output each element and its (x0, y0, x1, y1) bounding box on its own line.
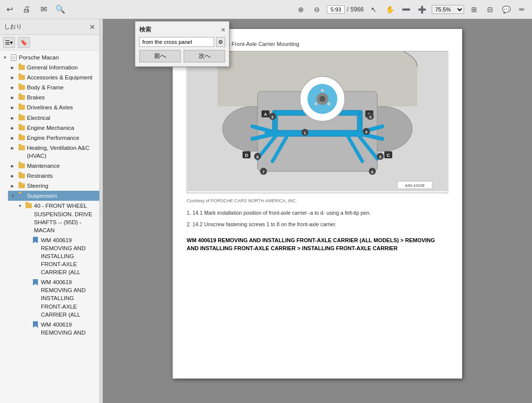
search-title-label: 検索 (139, 25, 151, 34)
svg-rect-6 (265, 130, 370, 136)
scroll-up-icon[interactable]: ⊕ (295, 3, 307, 15)
sidebar-header: しおり ✕ (0, 19, 99, 35)
search-dialog: 検索 × ⚙ 前へ 次へ (135, 21, 230, 67)
tree-item-steering[interactable]: Steering (8, 181, 99, 191)
pen-icon[interactable]: ✏ (516, 3, 528, 15)
expand-engine-mech (11, 124, 17, 131)
engine-mech-icon (18, 124, 25, 131)
svg-text:A: A (264, 112, 267, 117)
tree-label-steering: Steering (27, 182, 96, 190)
tree-label-accessories: Accessories & Equipment (27, 73, 96, 81)
tree-label-suspension: Suspension (27, 192, 96, 200)
tree-item-restraints[interactable]: Restraints (8, 171, 99, 181)
drivelines-icon (18, 104, 25, 111)
sidebar-close-button[interactable]: ✕ (89, 23, 95, 31)
svg-point-23 (327, 102, 330, 105)
engine-perf-icon (18, 134, 25, 141)
print-icon[interactable]: 🖨 (21, 4, 32, 15)
search-next-button[interactable]: 次へ (184, 50, 225, 62)
tree-item-engine-mech[interactable]: Engine Mechanica (8, 123, 99, 133)
tree-item-40[interactable]: 40 - FRONT WHEEL SUSPENSION. DRIVE SHAFT… (15, 201, 99, 235)
tree-item-electrical[interactable]: Electrical (8, 113, 99, 123)
tree-label-drivelines: Drivelines & Axles (27, 103, 96, 111)
expand-restraints (11, 172, 17, 179)
wm3-icon (32, 321, 39, 328)
hvac-icon (18, 144, 25, 151)
expand-root (3, 54, 9, 61)
search-prev-button[interactable]: 前へ (139, 50, 181, 62)
zoom-out-icon[interactable]: ➖ (400, 3, 412, 15)
comment-icon[interactable]: 💬 (500, 3, 512, 15)
section-title: WM 400619 REMOVING AND INSTALLING FRONT-… (187, 236, 448, 253)
tree-label-wm3: WM 400619 REMOVING AND (41, 321, 96, 337)
svg-text:7: 7 (263, 170, 265, 174)
tree-item-engine-perf[interactable]: Engine Performance (8, 133, 99, 143)
tree-item-wm3[interactable]: WM 400619 REMOVING AND (22, 320, 99, 338)
search-dialog-close-button[interactable]: × (221, 26, 225, 33)
cursor-tool[interactable]: ↖ (368, 3, 380, 15)
tree-item-general[interactable]: General Information (8, 62, 99, 72)
expand-drivelines (11, 104, 17, 111)
svg-text:A40-10228: A40-10228 (405, 183, 425, 188)
expand-body (11, 84, 17, 91)
tree-item-body[interactable]: Body & Frame (8, 82, 99, 92)
main-area: しおり ✕ ☰▾ 🔖 Porsche Macan General Inform (0, 19, 532, 403)
maintenance-icon (18, 162, 25, 169)
brakes-icon (18, 94, 25, 101)
hand-tool[interactable]: ✋ (384, 3, 396, 15)
page-total: 5966 (350, 6, 364, 13)
svg-text:1: 1 (304, 131, 306, 135)
email-icon[interactable]: ✉ (38, 4, 49, 15)
sidebar-bookmark-btn[interactable]: 🔖 (18, 37, 30, 48)
tree-item-maintenance[interactable]: Maintenance (8, 161, 99, 171)
page-input[interactable] (327, 5, 345, 13)
zoom-select[interactable]: 75.5% 50% 75% 100% 125% 150% (432, 5, 464, 14)
tree-label-40: 40 - FRONT WHEEL SUSPENSION. DRIVE SHAFT… (34, 202, 96, 234)
root-icon (10, 54, 17, 61)
tree-label-hvac: Heating, Ventilation A&C (HVAC) (27, 144, 96, 160)
sidebar-menu-btn[interactable]: ☰▾ (3, 37, 15, 48)
diagram-svg: A B C D 1 (187, 51, 448, 191)
content-area: Fig 12: Identifying Front-Axle Carrier M… (103, 19, 532, 403)
expand-suspension (11, 192, 17, 199)
electrical-icon (18, 114, 25, 121)
sidebar-toolbar: ☰▾ 🔖 (0, 35, 99, 50)
tree-item-hvac[interactable]: Heating, Ventilation A&C (HVAC) (8, 143, 99, 161)
tree-item-drivelines[interactable]: Drivelines & Axles (8, 102, 99, 112)
expand-hvac (11, 144, 17, 151)
expand-40 (18, 202, 24, 209)
fit-icon[interactable]: ⊞ (468, 3, 480, 15)
wm1-icon (32, 237, 39, 244)
tree-item-accessories[interactable]: Accessories & Equipment (8, 72, 99, 82)
svg-text:D: D (245, 153, 249, 158)
search-options-button[interactable]: ⚙ (216, 37, 225, 47)
search-input-row: ⚙ (139, 37, 225, 47)
layout-icon[interactable]: ⊟ (484, 3, 496, 15)
svg-point-22 (321, 89, 324, 92)
tree-item-wm2[interactable]: WM 400619 REMOVING AND INSTALLING FRONT-… (22, 277, 99, 319)
search-dialog-title: 検索 × (139, 25, 225, 34)
zoom-in-icon[interactable]: ➕ (416, 3, 428, 15)
tree-label-maintenance: Maintenance (27, 162, 96, 170)
page-separator: / (347, 6, 348, 13)
page-indicator: / 5966 (327, 5, 364, 13)
tree-item-brakes[interactable]: Brakes (8, 92, 99, 102)
tree-label-engine-mech: Engine Mechanica (27, 124, 96, 132)
tree-item-wm1[interactable]: WM 400619 REMOVING AND INSTALLING FRONT-… (22, 235, 99, 277)
tree-label-engine-perf: Engine Performance (27, 134, 96, 142)
svg-text:C: C (387, 153, 390, 158)
search-text-input[interactable] (139, 37, 214, 47)
accessories-icon (18, 74, 25, 81)
tree-item-root[interactable]: Porsche Macan (0, 52, 99, 62)
svg-point-24 (314, 102, 317, 105)
tree-label-wm1: WM 400619 REMOVING AND INSTALLING FRONT-… (41, 236, 96, 276)
search-icon[interactable]: 🔍 (55, 4, 66, 15)
body-icon (18, 84, 25, 91)
search-buttons: 前へ 次へ (139, 50, 225, 62)
tree-label-brakes: Brakes (27, 93, 96, 101)
scroll-down-icon[interactable]: ⊖ (311, 3, 323, 15)
svg-text:6: 6 (371, 170, 374, 174)
tree-item-suspension[interactable]: Suspension (8, 191, 99, 201)
expand-accessories (11, 74, 17, 81)
back-icon[interactable]: ↩ (4, 4, 15, 15)
